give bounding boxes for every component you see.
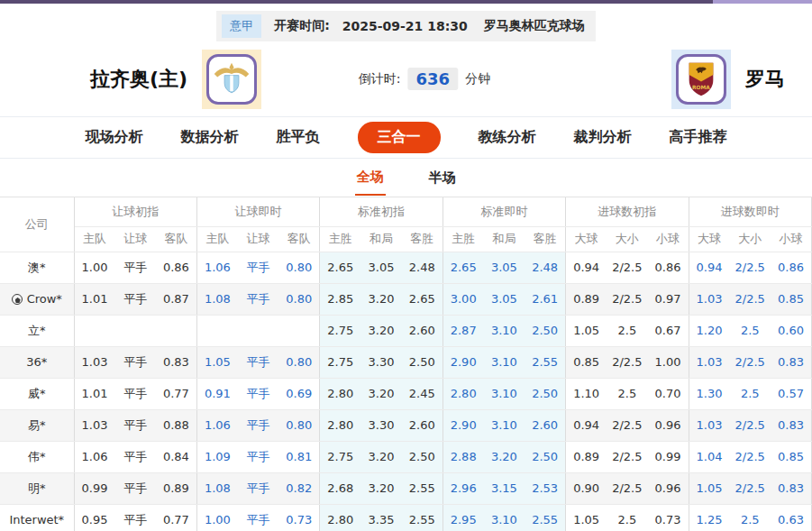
odds-cell: 1.00 bbox=[74, 252, 114, 283]
odds-cell: 3.20 bbox=[360, 315, 401, 346]
odds-cell: 平手 bbox=[114, 346, 155, 378]
sub-column-header: 大小 bbox=[607, 226, 647, 252]
odds-cell: 0.96 bbox=[648, 409, 689, 441]
company-cell[interactable]: 立* bbox=[0, 315, 74, 346]
odds-cell: 0.96 bbox=[648, 472, 689, 504]
odds-cell: 1.06 bbox=[74, 441, 114, 472]
odds-cell: 3.10 bbox=[484, 504, 525, 531]
table-row: 易*1.03平手0.881.06平手0.802.803.302.602.903.… bbox=[0, 409, 812, 441]
odds-cell: 1.20 bbox=[689, 315, 729, 346]
subtab[interactable]: 半场 bbox=[427, 160, 458, 195]
odds-cell: 平手 bbox=[114, 472, 155, 504]
odds-cell: 2.90 bbox=[442, 409, 483, 441]
odds-cell: 2.55 bbox=[402, 472, 442, 504]
kickoff-time: 2025-09-21 18:30 bbox=[342, 19, 468, 33]
odds-cell: 平手 bbox=[238, 346, 278, 378]
top-progress-bar-segment bbox=[713, 0, 812, 4]
company-cell[interactable]: 威* bbox=[0, 378, 74, 409]
odds-cell: 0.85 bbox=[771, 441, 812, 472]
odds-cell: 0.70 bbox=[648, 378, 689, 409]
odds-cell: 2.75 bbox=[320, 441, 360, 472]
odds-cell: 1.25 bbox=[689, 504, 729, 531]
odds-cell: 1.05 bbox=[566, 315, 607, 346]
odds-cell: 2.5 bbox=[730, 504, 771, 531]
nav-tabs: 现场分析数据分析胜平负三合一教练分析裁判分析高手推荐 bbox=[0, 117, 812, 159]
odds-cell: 2/2.5 bbox=[730, 346, 771, 378]
sub-column-header: 主胜 bbox=[320, 226, 360, 252]
odds-cell bbox=[238, 315, 278, 346]
group-header-std-initial: 标准初指 bbox=[320, 197, 442, 226]
odds-cell: 2.65 bbox=[402, 283, 442, 315]
soccer-ball-icon bbox=[12, 294, 23, 305]
company-cell[interactable]: 36* bbox=[0, 346, 74, 378]
odds-cell: 1.00 bbox=[196, 504, 237, 531]
odds-cell: 0.95 bbox=[74, 504, 114, 531]
odds-cell: 0.90 bbox=[566, 472, 607, 504]
league-badge[interactable]: 意甲 bbox=[222, 14, 261, 38]
sub-column-header: 和局 bbox=[360, 226, 401, 252]
home-team-name: 拉齐奥(主) bbox=[90, 66, 187, 93]
countdown-value: 636 bbox=[408, 68, 459, 90]
odds-table-body: 澳*1.00平手0.861.06平手0.802.653.052.482.653.… bbox=[0, 252, 812, 531]
odds-cell: 平手 bbox=[238, 283, 278, 315]
odds-cell: 0.69 bbox=[278, 378, 319, 409]
nav-tab[interactable]: 高手推荐 bbox=[670, 128, 727, 147]
nav-tab[interactable]: 三合一 bbox=[358, 122, 441, 153]
nav-tab[interactable]: 现场分析 bbox=[86, 128, 143, 147]
odds-cell: 2.61 bbox=[525, 283, 565, 315]
countdown: 倒计时: 636 分钟 bbox=[359, 68, 490, 90]
odds-cell: 0.97 bbox=[648, 283, 689, 315]
odds-cell: 2/2.5 bbox=[607, 252, 647, 283]
svg-text:ROMA: ROMA bbox=[692, 84, 710, 89]
odds-cell: 2.5 bbox=[607, 504, 647, 531]
table-row: Interwet*0.95平手0.771.00平手0.732.803.352.5… bbox=[0, 504, 812, 531]
odds-cell: 1.08 bbox=[196, 472, 237, 504]
odds-cell: 2.50 bbox=[525, 441, 565, 472]
odds-cell: 2/2.5 bbox=[607, 346, 647, 378]
group-header-std-live: 标准即时 bbox=[442, 197, 565, 226]
odds-cell: 3.20 bbox=[360, 472, 401, 504]
subtab[interactable]: 全场 bbox=[355, 160, 386, 196]
nav-tab[interactable]: 胜平负 bbox=[277, 128, 320, 147]
nav-tab[interactable]: 教练分析 bbox=[479, 128, 536, 147]
table-row: 立*2.753.202.602.873.102.501.052.50.671.2… bbox=[0, 315, 812, 346]
odds-cell: 3.05 bbox=[360, 252, 401, 283]
odds-cell: 平手 bbox=[114, 441, 155, 472]
sub-column-header: 小球 bbox=[771, 226, 812, 252]
sub-column-header: 让球 bbox=[114, 226, 155, 252]
company-cell[interactable]: 明* bbox=[0, 472, 74, 504]
odds-cell: 2.95 bbox=[442, 504, 483, 531]
odds-cell: 2.65 bbox=[442, 252, 483, 283]
kickoff-label: 开赛时间: bbox=[274, 18, 330, 34]
odds-cell: 平手 bbox=[238, 252, 278, 283]
odds-cell: 1.05 bbox=[196, 346, 237, 378]
venue: 罗马奥林匹克球场 bbox=[484, 18, 585, 34]
odds-cell: 2.60 bbox=[525, 409, 565, 441]
odds-cell: 0.87 bbox=[156, 283, 196, 315]
odds-cell: 2.55 bbox=[525, 504, 565, 531]
company-cell[interactable]: 伟* bbox=[0, 441, 74, 472]
sub-header-row: 主队让球客队主队让球客队主胜和局客胜主胜和局客胜大球大小小球大球大小小球 bbox=[0, 226, 812, 252]
company-cell[interactable]: 易* bbox=[0, 409, 74, 441]
odds-cell: 1.06 bbox=[196, 252, 237, 283]
odds-cell: 2.80 bbox=[442, 378, 483, 409]
table-row: 36*1.03平手0.831.05平手0.802.753.302.502.903… bbox=[0, 346, 812, 378]
odds-cell: 2/2.5 bbox=[730, 409, 771, 441]
odds-cell: 2/2.5 bbox=[607, 409, 647, 441]
odds-cell: 0.83 bbox=[771, 346, 812, 378]
company-cell[interactable]: Interwet* bbox=[0, 504, 74, 531]
nav-tab[interactable]: 数据分析 bbox=[181, 128, 239, 147]
odds-table: 公司 让球初指 让球即时 标准初指 标准即时 进球数初指 进球数即时 主队让球客… bbox=[0, 197, 812, 531]
odds-cell: 0.85 bbox=[771, 283, 812, 315]
sub-column-header: 大小 bbox=[730, 226, 771, 252]
odds-cell: 1.09 bbox=[196, 441, 237, 472]
odds-cell: 0.73 bbox=[278, 504, 319, 531]
company-cell[interactable]: Crow* bbox=[0, 283, 74, 315]
odds-cell: 0.86 bbox=[771, 252, 812, 283]
odds-cell: 0.81 bbox=[278, 441, 319, 472]
odds-cell: 2.48 bbox=[525, 252, 565, 283]
odds-cell: 1.04 bbox=[689, 441, 729, 472]
odds-cell: 平手 bbox=[238, 504, 278, 531]
nav-tab[interactable]: 裁判分析 bbox=[574, 128, 632, 147]
company-cell[interactable]: 澳* bbox=[0, 252, 74, 283]
